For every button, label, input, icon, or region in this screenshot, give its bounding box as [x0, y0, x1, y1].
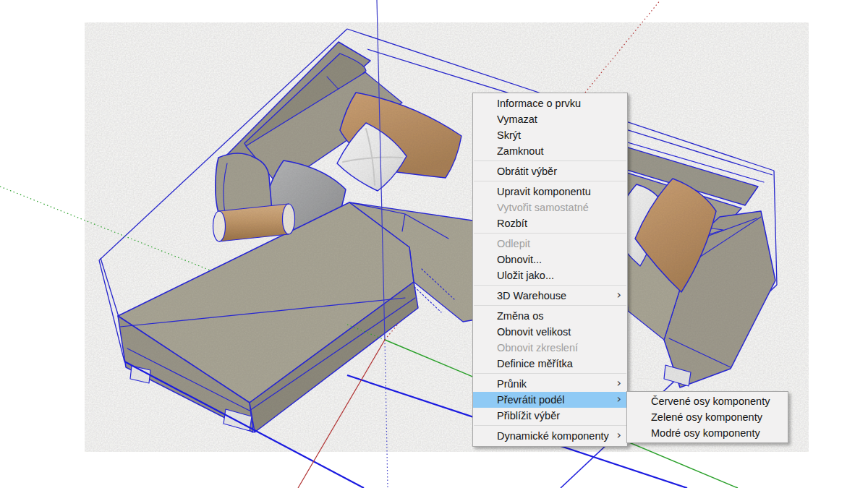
menu-item-label: Převrátit podél	[497, 394, 565, 406]
context-menu-item-3[interactable]: Zamknout	[473, 143, 627, 159]
menu-item-label: 3D Warehouse	[497, 290, 566, 301]
menu-item-label: Vymazat	[497, 114, 537, 125]
context-menu-item-1[interactable]: Vymazat	[473, 111, 627, 127]
context-menu-separator	[474, 160, 626, 161]
context-menu-item-18[interactable]: Obnovit velikost	[473, 324, 627, 340]
menu-item-label: Informace o prvku	[497, 98, 581, 109]
menu-item-label: Uložit jako...	[497, 270, 554, 281]
context-menu-item-0[interactable]: Informace o prvku	[473, 95, 627, 111]
context-menu-separator	[474, 373, 626, 374]
submenu-arrow-icon: ›	[617, 391, 621, 407]
context-menu-separator	[474, 181, 626, 181]
menu-item-label: Modré osy komponenty	[651, 427, 760, 439]
context-menu-item-12[interactable]: Obnovit...	[473, 252, 627, 267]
submenu-arrow-icon: ›	[617, 287, 621, 303]
menu-item-label: Zelené osy komponenty	[651, 411, 762, 423]
sketchup-viewport-page: { "context_menu": { "items": [ {"type":"…	[0, 0, 868, 488]
context-menu-item-22[interactable]: Průnik›	[473, 376, 627, 392]
blue-axis-dotted	[385, 340, 388, 488]
flip-along-submenu-item-0[interactable]: Červené osy komponenty	[627, 393, 788, 409]
submenu-arrow-icon: ›	[617, 427, 621, 443]
context-menu-item-7[interactable]: Upravit komponentu	[473, 184, 627, 200]
context-menu-separator	[474, 425, 626, 426]
menu-item-label: Definice měřítka	[497, 358, 573, 369]
context-menu-separator	[474, 305, 626, 306]
context-menu-item-5[interactable]: Obrátit výběr	[473, 163, 627, 179]
menu-item-label: Změna os	[497, 310, 543, 322]
context-menu-item-19[interactable]: Obnovit zkreslení	[473, 340, 627, 356]
flip-along-submenu-item-2[interactable]: Modré osy komponenty	[627, 425, 788, 441]
context-menu-item-24[interactable]: Přiblížit výběr	[473, 408, 627, 424]
menu-item-label: Červené osy komponenty	[651, 395, 770, 407]
flip-along-submenu-item-1[interactable]: Zelené osy komponenty	[627, 409, 788, 425]
menu-item-label: Obnovit velikost	[497, 326, 571, 338]
context-menu-item-20[interactable]: Definice měřítka	[473, 356, 627, 372]
menu-item-label: Skrýt	[497, 129, 521, 141]
context-menu-item-23[interactable]: Převrátit podél›	[473, 392, 627, 408]
menu-item-label: Obnovit zkreslení	[497, 342, 578, 354]
menu-item-label: Průnik	[497, 378, 527, 390]
context-menu-item-8[interactable]: Vytvořit samostatné	[473, 200, 627, 215]
menu-item-label: Rozbít	[497, 218, 527, 229]
menu-item-label: Vytvořit samostatné	[497, 202, 589, 213]
context-menu-item-26[interactable]: Dynamické komponenty›	[473, 428, 627, 444]
menu-item-label: Obnovit...	[497, 254, 542, 265]
context-menu-separator	[474, 233, 626, 234]
context-menu-separator	[474, 285, 626, 286]
context-menu-item-13[interactable]: Uložit jako...	[473, 267, 627, 283]
context-menu-item-11[interactable]: Odlepit	[473, 236, 627, 252]
context-menu-item-17[interactable]: Změna os	[473, 308, 627, 324]
menu-item-label: Obrátit výběr	[497, 166, 557, 177]
menu-item-label: Přiblížit výběr	[497, 410, 560, 421]
menu-item-label: Dynamické komponenty	[497, 430, 609, 442]
flip-along-submenu: Červené osy komponentyZelené osy kompone…	[626, 391, 788, 443]
context-menu-item-15[interactable]: 3D Warehouse›	[473, 288, 627, 304]
menu-item-label: Odlepit	[497, 238, 530, 249]
menu-item-label: Zamknout	[497, 145, 543, 157]
menu-item-label: Upravit komponentu	[497, 186, 591, 197]
context-menu: Informace o prvkuVymazatSkrýtZamknoutObr…	[472, 93, 628, 447]
submenu-arrow-icon: ›	[617, 375, 621, 391]
sofa-chaise[interactable]	[118, 202, 418, 432]
context-menu-item-9[interactable]: Rozbít	[473, 215, 627, 231]
context-menu-item-2[interactable]: Skrýt	[473, 127, 627, 143]
sofa-model[interactable]	[118, 42, 775, 432]
